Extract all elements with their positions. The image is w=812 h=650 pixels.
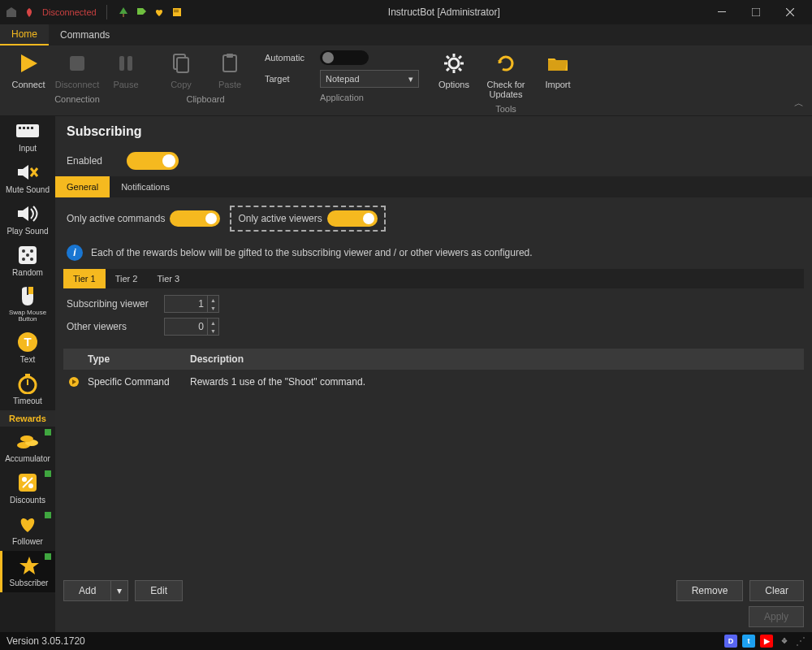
automatic-toggle[interactable] [320,50,369,65]
tier-tabs: Tier 1 Tier 2 Tier 3 [63,269,804,288]
tab-notifications[interactable]: Notifications [110,176,181,197]
sidebar-item-timeout[interactable]: Timeout [0,369,55,410]
spin-down-icon[interactable]: ▼ [208,327,218,335]
orange-note-icon[interactable] [171,6,184,19]
dice-icon [14,244,41,266]
spin-up-icon[interactable]: ▲ [208,318,218,327]
sidebar-item-swap-mouse[interactable]: Swap Mouse Button [0,282,55,327]
row-icon [63,376,84,388]
menu-home[interactable]: Home [0,24,49,46]
sidebar-label-input: Input [19,144,37,153]
twitter-icon[interactable]: t [742,635,755,648]
sound-icon [14,202,41,225]
disconnect-button[interactable]: Disconnect [57,50,97,89]
row-type: Specific Command [84,376,190,388]
check-updates-button[interactable]: Check for Updates [482,50,529,99]
column-type[interactable]: Type [84,353,190,365]
resize-grip-icon[interactable]: ⋰ [796,635,806,647]
edit-button[interactable]: Edit [135,580,183,601]
svg-rect-22 [16,124,39,137]
clear-button[interactable]: Clear [749,580,804,601]
sidebar-item-subscriber[interactable]: Subscriber [0,551,55,592]
sidebar-item-mute-sound[interactable]: Mute Sound [0,158,55,199]
automatic-label: Automatic [265,53,313,63]
svg-rect-10 [177,58,188,72]
import-button[interactable]: Import [538,50,578,89]
content-panel: Subscribing Enabled General Notification… [55,116,812,632]
title-bar: Disconnected InstructBot [Administrator] [0,0,812,24]
table-row[interactable]: Specific Command Rewards 1 use of the "S… [63,370,804,394]
target-value: Notepad [326,74,360,84]
svg-rect-6 [70,56,84,71]
paste-button[interactable]: Paste [209,50,250,89]
enabled-toggle[interactable] [127,152,179,170]
options-button[interactable]: Options [434,50,474,89]
rewards-table: Type Description Specific Command Reward… [63,349,804,569]
apply-button[interactable]: Apply [749,606,804,627]
target-select[interactable]: Notepad ▾ [320,70,419,88]
tab-general[interactable]: General [55,176,110,197]
heart-icon [14,513,41,535]
svg-rect-12 [227,54,233,58]
sidebar-item-follower[interactable]: Follower [0,509,55,551]
sidebar-item-discounts[interactable]: Discounts [0,468,55,509]
green-tag-icon[interactable] [135,6,148,19]
add-dropdown-icon[interactable]: ▾ [110,580,128,601]
menu-commands[interactable]: Commands [49,24,121,46]
only-active-viewers-toggle[interactable] [327,210,378,227]
sidebar-item-random[interactable]: Random [0,240,55,282]
discord-icon[interactable]: D [724,635,737,648]
ribbon-collapse-icon[interactable]: ︿ [794,97,804,110]
connect-button[interactable]: Connect [8,50,49,89]
app-icon [5,6,18,19]
svg-line-20 [447,68,449,71]
button-bar: Add ▾ Edit Remove Clear [55,575,812,606]
other-viewers-label: Other viewers [67,321,156,332]
only-active-commands-toggle[interactable] [170,210,220,227]
copy-button[interactable]: Copy [161,50,201,89]
status-bar: Version 3.05.1720 D t ▶ ❖ ⋰ [0,632,812,650]
tab-tier2[interactable]: Tier 2 [106,269,148,288]
tab-tier3[interactable]: Tier 3 [147,269,189,288]
spin-down-icon[interactable]: ▼ [208,304,218,312]
other-viewers-input[interactable]: 0▲▼ [164,318,219,336]
connect-label: Connect [12,80,45,89]
sidebar-item-accumulator[interactable]: Accumulator [0,427,55,468]
paste-label: Paste [218,80,241,89]
minimize-button[interactable] [705,0,739,24]
yellow-heart-icon[interactable] [153,6,166,19]
svg-rect-5 [752,8,760,16]
connection-icon [23,6,36,19]
check-updates-label: Check for Updates [482,80,529,99]
coins-icon [14,430,41,453]
remove-button[interactable]: Remove [676,580,744,601]
svg-rect-0 [123,14,124,17]
other-viewers-value: 0 [198,321,204,332]
column-description[interactable]: Description [190,353,804,365]
youtube-icon[interactable]: ▶ [760,635,773,648]
subscribing-viewer-input[interactable]: 1▲▼ [164,295,219,313]
enabled-label: Enabled [67,155,102,167]
group-connection-label: Connection [54,94,100,104]
sidebar-item-input[interactable]: Input [0,116,55,158]
sidebar-item-text[interactable]: TText [0,327,55,369]
pause-button[interactable]: Pause [106,50,146,89]
tree-icon[interactable] [117,6,130,19]
maximize-button[interactable] [739,0,773,24]
spin-up-icon[interactable]: ▲ [208,296,218,304]
close-button[interactable] [773,0,807,24]
status-extra-icon[interactable]: ❖ [778,635,791,648]
stopwatch-icon [14,372,41,395]
add-button[interactable]: Add ▾ [63,580,128,601]
sidebar-label-swap-mouse: Swap Mouse Button [2,310,54,323]
sidebar-rewards-header: Rewards [0,410,55,427]
tab-tier1[interactable]: Tier 1 [63,269,106,288]
svg-rect-7 [119,56,124,71]
svg-rect-37 [25,374,30,376]
svg-rect-3 [174,11,179,12]
play-icon [15,50,41,76]
sidebar-item-play-sound[interactable]: Play Sound [0,199,55,240]
group-clipboard-label: Clipboard [186,94,224,104]
subscribing-viewer-label: Subscribing viewer [67,298,156,310]
info-icon: i [67,245,83,261]
